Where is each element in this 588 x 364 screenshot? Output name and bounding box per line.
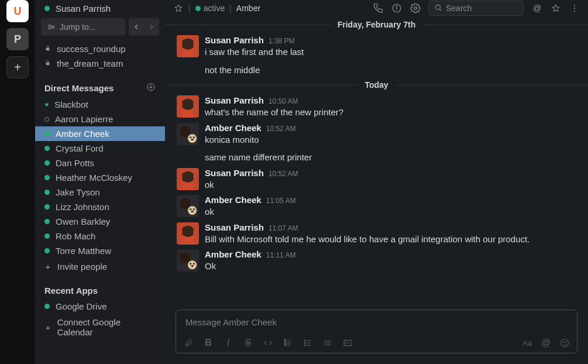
message-text: same name different printer (165, 151, 588, 164)
dm-item-heather-mccloskey[interactable]: Heather McCloskey (35, 170, 165, 185)
search-input[interactable]: Search (429, 1, 524, 16)
svg-rect-6 (46, 63, 50, 65)
svg-point-13 (396, 6, 397, 7)
avatar[interactable] (177, 168, 199, 190)
composer-input[interactable]: Message Amber Cheek (176, 310, 577, 334)
avatar[interactable] (177, 195, 199, 217)
message-body: Susan Parrish10:50 AMwhat's the name of … (205, 95, 576, 119)
avatar[interactable] (177, 222, 199, 245)
conversation-status: active (195, 4, 225, 13)
dm-item-dan-potts[interactable]: Dan Potts (35, 156, 165, 170)
new-dm-button[interactable] (146, 83, 156, 94)
jump-to-input[interactable]: Jump to... (41, 18, 125, 36)
app-google-drive[interactable]: Google Drive (35, 299, 165, 314)
dm-item-lizz-johnston[interactable]: Lizz Johnston (35, 200, 165, 214)
bold-icon[interactable]: B (203, 338, 214, 348)
message-composer[interactable]: Message Amber Cheek B I S 123 (176, 310, 577, 353)
message: Amber Cheek11:11 AMOk (165, 247, 588, 274)
message-author[interactable]: Amber Cheek (205, 195, 262, 205)
channel-success-roundup[interactable]: success_roundup (35, 42, 165, 56)
message-author[interactable]: Susan Parrish (205, 95, 264, 105)
saved-icon[interactable] (551, 3, 561, 13)
svg-point-32 (191, 139, 194, 140)
message-author[interactable]: Amber Cheek (205, 123, 262, 133)
message-time: 11:07 AM (269, 224, 298, 232)
avatar[interactable] (177, 95, 199, 118)
invite-label: Invite people (57, 262, 107, 272)
call-icon[interactable] (373, 3, 383, 13)
svg-point-20 (574, 11, 575, 12)
svg-point-49 (193, 263, 195, 265)
more-icon[interactable] (569, 3, 580, 13)
dm-item-amber-cheek[interactable]: Amber Cheek (35, 126, 165, 141)
avatar[interactable] (177, 35, 199, 57)
date-label: Friday, February 7th (331, 20, 423, 29)
sidebar-current-user[interactable]: Susan Parrish (35, 0, 165, 18)
format-toggle-icon[interactable]: Aa (522, 338, 532, 348)
search-placeholder: Search (446, 4, 472, 13)
message-author[interactable]: Amber Cheek (205, 249, 262, 259)
svg-point-39 (190, 208, 191, 210)
dm-item-crystal-ford[interactable]: Crystal Ford (35, 141, 165, 156)
add-workspace-button[interactable]: + (6, 56, 29, 78)
quote-icon[interactable] (322, 338, 333, 348)
channel-dream-team[interactable]: the_dream_team (35, 56, 165, 71)
conversation-name: Amber (236, 4, 260, 13)
svg-point-31 (193, 136, 195, 138)
svg-point-50 (191, 265, 194, 267)
presence-indicator (44, 146, 50, 151)
star-icon[interactable] (173, 3, 184, 13)
avatar[interactable] (177, 123, 199, 145)
message: Amber Cheek11:05 AMok (165, 193, 588, 220)
message-author[interactable]: Susan Parrish (205, 168, 264, 178)
jump-to-placeholder: Jump to... (60, 22, 95, 32)
message: Susan Parrish10:50 AMwhat's the name of … (165, 93, 588, 121)
svg-marker-10 (175, 5, 182, 12)
dm-item-owen-barkley[interactable]: Owen Barkley (35, 214, 165, 229)
dm-item-torre-matthew[interactable]: Torre Matthew (35, 243, 165, 258)
dm-section-header[interactable]: Direct Messages (35, 75, 165, 97)
main-pane: | active | Amber Search (165, 0, 588, 364)
connect-label: Connect Google Calendar (57, 317, 156, 337)
dm-name: Heather McCloskey (56, 173, 132, 183)
separator: | (188, 4, 191, 13)
message-time: 10:52 AM (269, 170, 298, 178)
connect-google-calendar[interactable]: + Connect Google Calendar (35, 314, 165, 341)
workspace-1[interactable]: U (6, 0, 29, 22)
presence-indicator (44, 248, 50, 253)
strike-icon[interactable]: S (243, 338, 253, 348)
info-icon[interactable] (391, 3, 402, 13)
dm-item-jake-tyson[interactable]: Jake Tyson (35, 185, 165, 200)
separator: | (229, 4, 232, 13)
message-body: Amber Cheek10:52 AMkonica monito (205, 123, 576, 147)
italic-icon[interactable]: I (223, 338, 233, 348)
recent-apps-header[interactable]: Recent Apps (35, 275, 165, 299)
dm-name: Owen Barkley (56, 217, 110, 226)
workspace-2[interactable]: P (6, 28, 29, 50)
recent-apps-label: Recent Apps (44, 286, 98, 296)
history-forward-button[interactable] (144, 18, 159, 36)
code-icon[interactable] (263, 338, 273, 348)
presence-indicator (44, 219, 50, 224)
bullet-list-icon[interactable] (302, 338, 313, 348)
svg-rect-35 (183, 181, 194, 190)
settings-icon[interactable] (410, 3, 421, 13)
message-author[interactable]: Susan Parrish (205, 35, 264, 45)
code-block-icon[interactable] (342, 338, 353, 348)
dm-item-rob-mach[interactable]: Rob Mach (35, 229, 165, 243)
message-time: 10:50 AM (269, 97, 298, 105)
invite-people[interactable]: + Invite people (35, 258, 165, 275)
emoji-icon[interactable] (559, 338, 570, 348)
dm-item-slackbot[interactable]: ♥Slackbot (35, 97, 165, 112)
history-back-button[interactable] (129, 18, 144, 36)
message-author[interactable]: Susan Parrish (205, 222, 264, 232)
current-user-name: Susan Parrish (56, 4, 111, 13)
ordered-list-icon[interactable]: 123 (283, 338, 293, 348)
dm-item-aaron-lapierre[interactable]: Aaron Lapierre (35, 112, 165, 126)
presence-indicator (44, 160, 50, 166)
svg-rect-5 (46, 48, 50, 50)
mentions-icon[interactable]: @ (532, 3, 542, 13)
avatar[interactable] (177, 249, 199, 272)
attach-icon[interactable] (183, 338, 194, 348)
mention-icon[interactable]: @ (541, 338, 551, 348)
